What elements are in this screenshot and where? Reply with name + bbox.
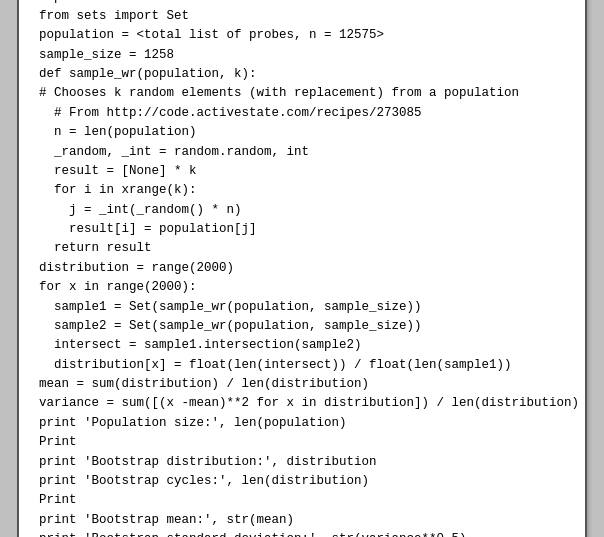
code-block: import random from sets import Set popul… (39, 0, 565, 537)
code-container: import random from sets import Set popul… (17, 0, 587, 537)
